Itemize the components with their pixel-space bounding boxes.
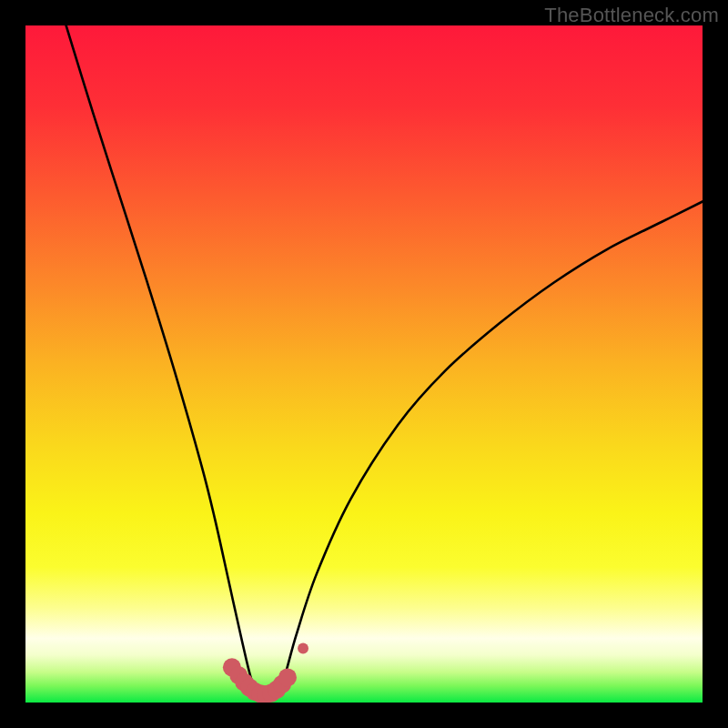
watermark-text: TheBottleneck.com xyxy=(544,4,719,27)
bottleneck-curve xyxy=(66,25,703,702)
marker-group xyxy=(223,643,308,703)
chart-svg xyxy=(25,25,703,703)
marker-dot xyxy=(278,668,297,686)
plot-area xyxy=(25,25,703,703)
marker-dot xyxy=(298,643,308,654)
outer-frame: TheBottleneck.com xyxy=(0,0,728,728)
